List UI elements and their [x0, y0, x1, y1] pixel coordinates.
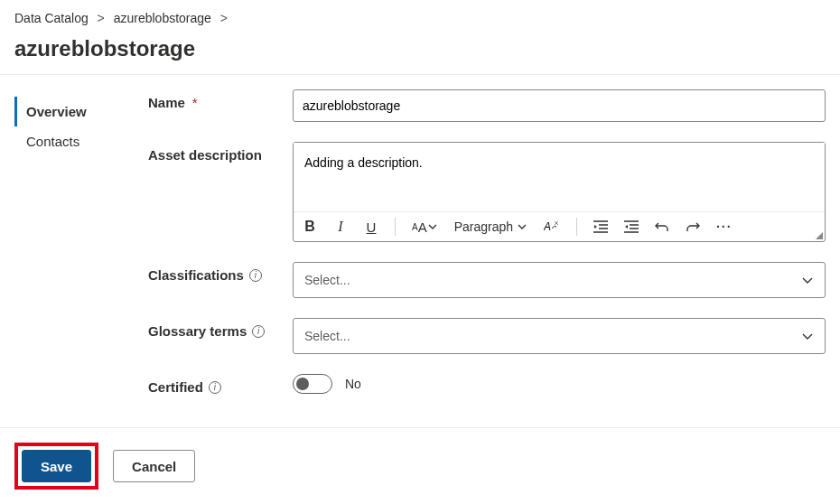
breadcrumb-root[interactable]: Data Catalog	[14, 11, 89, 25]
classifications-select[interactable]: Select...	[293, 262, 826, 298]
nav-overview[interactable]: Overview	[14, 97, 135, 126]
indent-icon[interactable]	[624, 218, 639, 236]
breadcrumb-item[interactable]: azureblobstorage	[114, 11, 211, 25]
separator	[576, 218, 577, 236]
toggle-knob	[296, 378, 309, 390]
footer: Save Cancel	[0, 427, 840, 504]
resize-handle-icon[interactable]	[814, 230, 823, 239]
breadcrumb: Data Catalog > azureblobstorage >	[0, 0, 840, 33]
cancel-button[interactable]: Cancel	[113, 450, 195, 482]
glossary-select[interactable]: Select...	[293, 318, 826, 354]
undo-icon[interactable]	[655, 218, 669, 236]
certified-value: No	[345, 377, 361, 391]
chevron-right-icon: >	[220, 11, 228, 25]
paragraph-dropdown[interactable]: Paragraph	[454, 218, 527, 236]
separator	[395, 218, 396, 236]
svg-text:A: A	[544, 220, 551, 233]
clear-formatting-icon[interactable]: A	[544, 218, 560, 236]
info-icon[interactable]: i	[249, 269, 262, 282]
underline-icon[interactable]: U	[364, 218, 378, 236]
left-nav: Overview Contacts	[0, 89, 135, 415]
description-textarea[interactable]: Adding a description.	[294, 143, 825, 211]
description-label: Asset description	[148, 142, 293, 163]
name-label: Name*	[148, 89, 293, 110]
redo-icon[interactable]	[686, 218, 700, 236]
required-indicator: *	[192, 95, 198, 110]
more-icon[interactable]: ···	[716, 218, 733, 236]
info-icon[interactable]: i	[209, 381, 221, 394]
certified-toggle[interactable]	[293, 374, 332, 394]
name-input[interactable]	[293, 89, 826, 122]
classifications-label: Classifications i	[148, 262, 293, 283]
certified-label: Certified i	[148, 374, 293, 395]
info-icon[interactable]: i	[252, 325, 265, 338]
italic-icon[interactable]: I	[333, 218, 348, 236]
chevron-down-icon	[801, 274, 814, 286]
nav-contacts[interactable]: Contacts	[14, 126, 135, 156]
outdent-icon[interactable]	[593, 218, 608, 236]
page-title: azureblobstorage	[0, 33, 840, 74]
rich-text-toolbar: B I U AA Paragraph A	[294, 211, 825, 241]
font-size-icon[interactable]: AA	[412, 218, 438, 236]
chevron-right-icon: >	[98, 11, 105, 25]
bold-icon[interactable]: B	[303, 218, 317, 236]
save-button[interactable]: Save	[22, 450, 91, 482]
annotation-highlight: Save	[14, 443, 98, 490]
chevron-down-icon	[801, 330, 814, 342]
glossary-label: Glossary terms i	[148, 318, 293, 339]
